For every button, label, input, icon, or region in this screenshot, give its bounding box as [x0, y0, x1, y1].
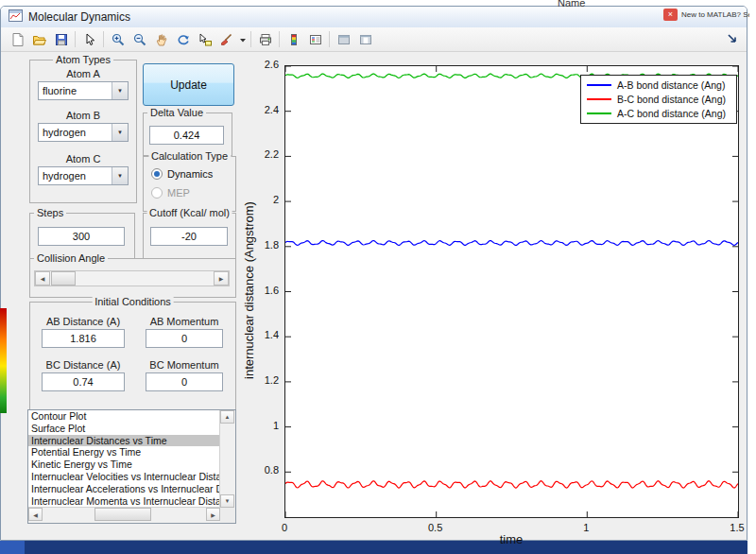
- legend-label: B-C bond distance (Ang): [617, 94, 726, 105]
- chevron-down-icon[interactable]: ▼: [112, 82, 128, 99]
- background-name-header: Name: [558, 0, 585, 9]
- arrow-left-icon: ◀: [41, 275, 45, 282]
- x-axis-label: time: [500, 532, 524, 546]
- legend-entry: A-B bond distance (Ang): [587, 78, 730, 92]
- chevron-down-icon[interactable]: ▼: [112, 124, 128, 141]
- scrollbar-thumb[interactable]: [94, 508, 151, 521]
- close-icon[interactable]: ×: [663, 9, 678, 21]
- slider-thumb[interactable]: [51, 271, 76, 286]
- scrollbar-corner: [220, 508, 235, 523]
- screen: Name × New to MATLAB? See resources for …: [0, 0, 756, 554]
- background-help-text: New to MATLAB? See resources for Getting: [681, 10, 749, 19]
- atom-c-label: Atom C: [30, 153, 136, 164]
- x-tick-label: 1.5: [718, 522, 756, 533]
- brush-icon[interactable]: [215, 29, 237, 49]
- scroll-left-button[interactable]: ◀: [35, 271, 50, 286]
- list-item-selected[interactable]: Internuclear Distances vs Time: [28, 435, 220, 447]
- atom-a-value: fluorine: [39, 85, 112, 96]
- toolbar-separator: [250, 31, 251, 47]
- titlebar[interactable]: Molecular Dynamics: [1, 7, 747, 27]
- list-item[interactable]: Surface Plot: [28, 423, 220, 435]
- legend-line-sample: [587, 113, 611, 114]
- chevron-down-icon[interactable]: ▼: [112, 167, 128, 184]
- atom-b-value: hydrogen: [39, 127, 112, 138]
- scroll-left-button[interactable]: ◀: [28, 508, 43, 521]
- ab-momentum-input[interactable]: [146, 329, 223, 348]
- radio-selected-icon: [151, 168, 163, 180]
- atom-c-select[interactable]: hydrogen ▼: [38, 166, 129, 185]
- steps-input[interactable]: [38, 227, 125, 246]
- x-tick-label: 1: [567, 522, 605, 533]
- legend-entry: B-C bond distance (Ang): [587, 93, 730, 106]
- listbox-items: Contour Plot Surface Plot Internuclear D…: [28, 410, 220, 508]
- list-item[interactable]: Internuclear Velocities vs Internuclear …: [28, 471, 220, 483]
- window-title: Molecular Dynamics: [28, 10, 130, 24]
- zoom-in-icon[interactable]: [107, 29, 129, 49]
- cutoff-input[interactable]: [150, 227, 228, 246]
- listbox-vertical-scrollbar[interactable]: ▲ ▼: [219, 410, 235, 508]
- collision-angle-slider[interactable]: ◀ ▶: [34, 270, 230, 286]
- print-icon[interactable]: [254, 29, 276, 49]
- legend-line-sample: [587, 84, 611, 86]
- rotate-3d-icon[interactable]: [172, 29, 194, 49]
- data-cursor-icon[interactable]: [194, 29, 215, 49]
- toolbar-separator: [103, 31, 104, 47]
- toolbar-separator: [329, 31, 330, 47]
- legend-entry: A-C bond distance (Ang): [587, 107, 730, 120]
- new-figure-icon[interactable]: [7, 29, 28, 49]
- scroll-down-button[interactable]: ▼: [220, 494, 234, 508]
- calculation-type-panel: Calculation Type Dynamics MEP: [143, 156, 236, 212]
- radio-mep-label: MEP: [167, 187, 190, 199]
- radio-dynamics[interactable]: Dynamics: [151, 168, 213, 180]
- collision-angle-panel-title: Collision Angle: [34, 252, 108, 264]
- x-tick-label: 0.5: [417, 522, 455, 533]
- update-button[interactable]: Update: [143, 63, 234, 106]
- scroll-up-button[interactable]: ▲: [220, 410, 234, 424]
- list-item[interactable]: Internuclear Momenta vs Internuclear Dis…: [28, 495, 220, 508]
- brush-menu-chevron-icon[interactable]: [237, 29, 248, 49]
- atom-a-select[interactable]: fluorine ▼: [38, 81, 129, 100]
- delta-value-panel-title: Delta Value: [147, 107, 206, 118]
- delta-value-input[interactable]: [149, 126, 224, 145]
- save-figure-icon[interactable]: [50, 29, 72, 49]
- plot-type-listbox[interactable]: Contour Plot Surface Plot Internuclear D…: [27, 409, 236, 524]
- list-item[interactable]: Contour Plot: [28, 410, 220, 423]
- radio-mep[interactable]: MEP: [151, 187, 190, 199]
- open-file-icon[interactable]: [28, 29, 50, 49]
- zoom-out-icon[interactable]: [129, 29, 150, 49]
- show-plot-tools-icon[interactable]: [354, 29, 376, 49]
- edit-plot-icon[interactable]: [78, 29, 100, 49]
- atom-b-select[interactable]: hydrogen ▼: [38, 123, 129, 142]
- insert-colorbar-icon[interactable]: [283, 29, 304, 49]
- plot-legend[interactable]: A-B bond distance (Ang) B-C bond distanc…: [580, 75, 737, 124]
- listbox-horizontal-scrollbar[interactable]: ◀ ▶: [28, 507, 220, 523]
- insert-legend-icon[interactable]: [304, 29, 326, 49]
- pan-hand-icon[interactable]: [150, 29, 172, 49]
- atom-types-panel-title: Atom Types: [53, 54, 113, 65]
- ab-momentum-label: AB Momentum: [139, 316, 230, 327]
- bc-distance-input[interactable]: [42, 372, 125, 391]
- dock-figure-icon[interactable]: [726, 32, 739, 49]
- atom-a-label: Atom A: [30, 68, 136, 79]
- ab-distance-input[interactable]: [42, 329, 125, 348]
- desktop-bottom-accent: [0, 541, 25, 554]
- initial-conditions-panel-title: Initial Conditions: [92, 296, 174, 307]
- y-tick-label: 2.6: [245, 59, 279, 70]
- list-item[interactable]: Potential Energy vs Time: [28, 446, 220, 459]
- plot-canvas: [285, 66, 738, 517]
- toolbar-separator: [75, 31, 76, 47]
- hide-plot-tools-icon[interactable]: [333, 29, 354, 49]
- scroll-right-button[interactable]: ▶: [206, 508, 220, 521]
- window-icon: [9, 9, 23, 26]
- steps-panel-title: Steps: [34, 207, 66, 218]
- y-tick-label: 1: [245, 420, 279, 431]
- legend-label: A-B bond distance (Ang): [617, 79, 725, 91]
- ab-distance-label: AB Distance (A): [36, 316, 130, 327]
- bc-momentum-label: BC Momentum: [139, 359, 230, 371]
- y-tick-label: 0.8: [245, 464, 279, 476]
- bc-momentum-input[interactable]: [146, 372, 223, 391]
- scroll-right-button[interactable]: ▶: [214, 271, 229, 286]
- plot-axes[interactable]: [284, 65, 739, 518]
- list-item[interactable]: Internuclear Accelerations vs Internucle…: [28, 483, 220, 495]
- list-item[interactable]: Kinetic Energy vs Time: [28, 459, 220, 471]
